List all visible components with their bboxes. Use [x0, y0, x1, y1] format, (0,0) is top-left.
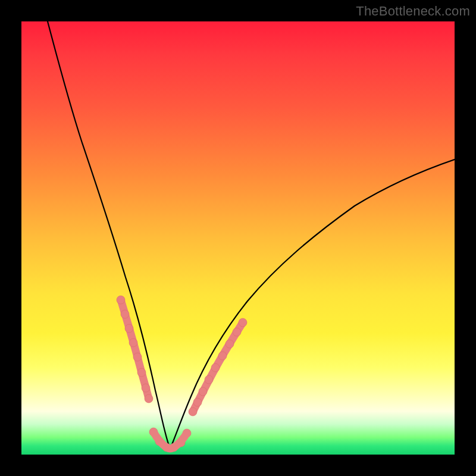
watermark-text: TheBottleneck.com	[356, 4, 470, 19]
bead	[129, 339, 137, 347]
bead	[125, 324, 133, 333]
bead	[205, 375, 213, 384]
bead	[233, 328, 241, 336]
bottleneck-curve	[48, 21, 455, 449]
bead	[142, 384, 150, 392]
bead	[189, 408, 197, 416]
chart-frame: TheBottleneck.com	[0, 0, 476, 476]
bead	[226, 340, 234, 348]
plot-area	[21, 21, 455, 455]
curve-layer	[21, 21, 455, 455]
bead	[193, 398, 202, 406]
bead	[121, 310, 129, 318]
bead	[145, 394, 153, 403]
bead	[117, 296, 125, 304]
bead	[133, 353, 142, 361]
bead	[218, 352, 227, 360]
bead	[137, 368, 146, 377]
bead	[211, 364, 220, 372]
bead	[199, 387, 207, 396]
bead	[239, 318, 247, 327]
